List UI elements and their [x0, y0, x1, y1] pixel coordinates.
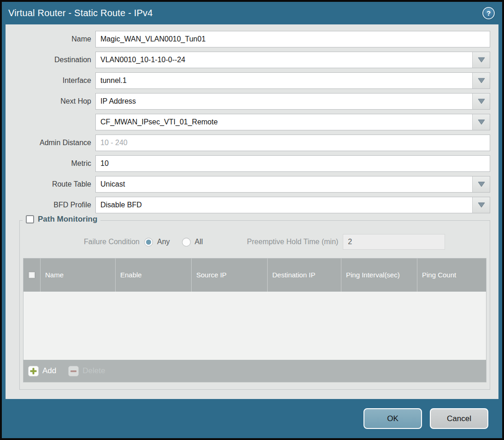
add-button-label: Add [42, 366, 56, 375]
column-header-destination-ip: Destination IP [268, 258, 341, 292]
route-table-input[interactable] [95, 176, 490, 193]
chevron-down-icon [477, 181, 486, 188]
bfd-profile-combo [95, 197, 490, 213]
bfd-profile-dropdown-button[interactable] [472, 197, 490, 213]
chevron-down-icon [477, 77, 486, 84]
table-header-row: Name Enable Source IP Destination IP Pin… [23, 258, 486, 292]
delete-button-label: Delete [82, 366, 105, 375]
dialog-footer: OK Cancel [2, 399, 502, 438]
help-icon[interactable]: ? [482, 7, 495, 19]
next-hop-address-input[interactable] [95, 114, 490, 130]
bfd-profile-label: BFD Profile [6, 201, 95, 209]
route-table-dropdown-button[interactable] [472, 176, 490, 192]
dialog-body: Name Destination Interface [6, 24, 498, 399]
chevron-down-icon [477, 202, 486, 208]
titlebar: Virtual Router - Static Route - IPv4 ? [2, 2, 502, 24]
metric-fieldwrap [95, 155, 490, 172]
destination-dropdown-button[interactable] [472, 52, 490, 68]
dialog-virtual-router-static-route: Virtual Router - Static Route - IPv4 ? N… [0, 0, 504, 440]
destination-label: Destination [6, 56, 95, 64]
name-fieldwrap [95, 31, 490, 47]
name-label: Name [6, 35, 95, 43]
form-row-interface: Interface [6, 72, 490, 89]
destination-combo [95, 52, 490, 68]
failure-condition-any-radio[interactable] [144, 238, 153, 246]
ok-button[interactable]: OK [363, 408, 422, 429]
admin-distance-label: Admin Distance [6, 139, 95, 147]
cancel-button[interactable]: Cancel [430, 408, 488, 429]
table-toolbar: Add Delete [23, 360, 486, 382]
failure-condition-row: Failure Condition Any All Preemptive Hol… [20, 234, 490, 250]
destination-input[interactable] [95, 52, 490, 68]
form-row-name: Name [6, 31, 490, 47]
next-hop-address-combo [95, 114, 490, 130]
column-header-ping-interval: Ping Interval(sec) [341, 258, 417, 292]
route-table-combo [95, 176, 490, 193]
form-row-next-hop: Next Hop [6, 93, 490, 110]
chevron-down-icon [477, 57, 486, 63]
select-all-checkbox[interactable] [28, 271, 35, 279]
path-monitoring-section: Path Monitoring Failure Condition Any Al… [19, 220, 490, 390]
path-monitoring-table: Name Enable Source IP Destination IP Pin… [23, 258, 486, 382]
route-table-label: Route Table [6, 180, 95, 188]
failure-condition-all-radio[interactable] [182, 238, 191, 246]
dialog-window: Virtual Router - Static Route - IPv4 ? N… [2, 2, 502, 438]
next-hop-combo [95, 93, 490, 110]
delete-icon [68, 366, 79, 376]
preemptive-hold-time-label: Preemptive Hold Time (min) [243, 238, 343, 246]
form-row-next-hop-address [6, 114, 490, 130]
metric-input[interactable] [95, 155, 490, 172]
failure-condition-all-label: All [195, 238, 203, 246]
name-input[interactable] [95, 31, 490, 47]
form-row-destination: Destination [6, 52, 490, 68]
chevron-down-icon [477, 119, 486, 125]
add-button[interactable]: Add [28, 366, 56, 376]
admin-distance-input[interactable] [95, 135, 490, 151]
bfd-profile-input[interactable] [95, 197, 490, 213]
next-hop-type-input[interactable] [95, 93, 490, 110]
form-row-metric: Metric [6, 155, 490, 172]
column-header-source-ip: Source IP [192, 258, 268, 292]
dialog-title: Virtual Router - Static Route - IPv4 [8, 8, 153, 18]
column-header-name: Name [41, 258, 116, 292]
next-hop-label: Next Hop [6, 97, 95, 106]
interface-dropdown-button[interactable] [472, 73, 490, 88]
form-row-bfd-profile: BFD Profile [6, 197, 490, 213]
select-all-cell [23, 258, 41, 292]
form-row-route-table: Route Table [6, 176, 490, 193]
path-monitoring-title: Path Monitoring [38, 215, 97, 224]
column-header-enable: Enable [116, 258, 192, 292]
failure-condition-label: Failure Condition [20, 238, 144, 246]
path-monitoring-legend: Path Monitoring [23, 215, 100, 224]
next-hop-dropdown-button[interactable] [472, 94, 490, 109]
form-row-admin-distance: Admin Distance [6, 135, 490, 151]
preemptive-hold-time-input [343, 234, 445, 250]
delete-button: Delete [68, 366, 105, 376]
add-icon [28, 366, 39, 376]
next-hop-address-dropdown-button[interactable] [472, 114, 490, 130]
interface-input[interactable] [95, 72, 490, 89]
interface-label: Interface [6, 76, 95, 85]
table-body-empty [23, 292, 486, 360]
failure-condition-any-label: Any [157, 238, 170, 246]
metric-label: Metric [6, 159, 95, 168]
path-monitoring-checkbox[interactable] [26, 215, 34, 223]
interface-combo [95, 72, 490, 89]
admin-distance-fieldwrap [95, 135, 490, 151]
chevron-down-icon [477, 98, 486, 105]
column-header-ping-count: Ping Count [417, 258, 486, 292]
